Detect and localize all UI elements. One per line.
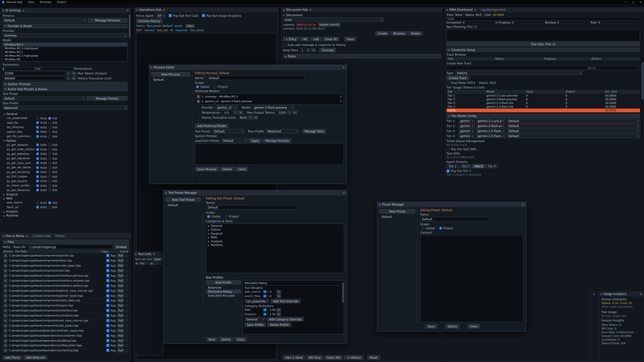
- ask-radio[interactable]: [48, 189, 51, 192]
- full-button[interactable]: Full: [117, 344, 124, 348]
- ask-radio[interactable]: [48, 171, 51, 173]
- tool-preset-list-item[interactable]: Default: [166, 203, 201, 207]
- agg-checkbox[interactable]: [106, 254, 109, 257]
- ask-radio[interactable]: [48, 131, 51, 133]
- collapse-all-button[interactable]: -All: [300, 37, 309, 41]
- cache-indicator[interactable]: [126, 284, 128, 287]
- remove-override-button[interactable]: [276, 290, 281, 294]
- tab-context-hub[interactable]: Context Hub: [33, 234, 50, 238]
- collapse-icon[interactable]: [165, 192, 167, 194]
- full-button[interactable]: Full: [117, 284, 124, 288]
- remove-file-button[interactable]: x: [3, 294, 8, 298]
- model-option[interactable]: MiniMax-M2.1: [3, 50, 127, 54]
- decrement-button[interactable]: -: [233, 111, 237, 114]
- tool-preset-name-input[interactable]: Default: [206, 205, 297, 210]
- ask-radio[interactable]: [48, 162, 51, 164]
- collapse-icon[interactable]: [136, 8, 138, 11]
- tier-provider-select[interactable]: gemini: [458, 124, 474, 128]
- remove-override-button[interactable]: [276, 312, 281, 316]
- model-option[interactable]: MiniMax-M2: [3, 58, 127, 61]
- discussion-select[interactable]: main: [283, 17, 384, 22]
- add-wildcard-button[interactable]: Add Wildcard: [24, 355, 47, 360]
- cache-indicator[interactable]: [126, 299, 128, 302]
- cache-indicator[interactable]: [126, 304, 128, 307]
- auto-radio[interactable]: [36, 171, 39, 173]
- decrement-button[interactable]: -: [66, 71, 70, 75]
- auto-radio[interactable]: [36, 175, 39, 178]
- weight-slider[interactable]: [263, 290, 268, 293]
- new-tool-preset-button[interactable]: New Tool Preset: [166, 197, 201, 202]
- close-button[interactable]: Close: [234, 337, 247, 342]
- collapse-icon[interactable]: [446, 8, 448, 11]
- agg-checkbox[interactable]: [106, 304, 109, 307]
- collapse-icon[interactable]: [601, 293, 602, 295]
- history-truncation-input[interactable]: 900000: [238, 115, 247, 120]
- temperature-input[interactable]: -0.0: [222, 110, 232, 115]
- ask-radio[interactable]: [48, 117, 51, 120]
- full-button[interactable]: Full: [117, 259, 124, 263]
- ask-radio[interactable]: [48, 175, 51, 178]
- full-button[interactable]: Full: [117, 334, 124, 337]
- agg-checkbox[interactable]: [106, 324, 109, 327]
- remove-file-button[interactable]: x: [3, 299, 8, 303]
- close-window-icon[interactable]: [640, 0, 642, 3]
- manage-personas-button[interactable]: Manage Personas: [88, 18, 128, 22]
- cache-indicator[interactable]: [126, 319, 128, 322]
- category-node-python[interactable]: Python: [206, 228, 344, 232]
- new-profile-button[interactable]: New Profile: [206, 280, 241, 285]
- cache-indicator[interactable]: [126, 314, 128, 317]
- tool-group-analysis[interactable]: Analysis: [3, 210, 128, 214]
- stream-tab-tier4[interactable]: Tier 4: [485, 164, 498, 168]
- category-node-web[interactable]: Web: [206, 236, 344, 239]
- close-tab-icon[interactable]: [474, 8, 476, 11]
- inject-file-button[interactable]: Inject File: [324, 355, 343, 360]
- category-node-runtime[interactable]: Runtime: [206, 243, 344, 247]
- ask-radio[interactable]: [48, 135, 51, 138]
- minimize-icon[interactable]: [625, 0, 626, 3]
- ask-radio[interactable]: [48, 148, 51, 151]
- reset-button[interactable]: Reset: [367, 355, 380, 360]
- scrollbar-thumb[interactable]: [642, 62, 643, 99]
- bias-profile-select[interactable]: Balanced: [3, 106, 128, 110]
- close-button[interactable]: Close: [236, 167, 248, 171]
- stream-tab-tier1[interactable]: Tier 1: [446, 164, 459, 168]
- max-output-tokens-input[interactable]: 32000: [276, 110, 286, 115]
- auto-radio[interactable]: [36, 189, 39, 192]
- scope-project-radio[interactable]: [440, 227, 442, 230]
- agg-checkbox[interactable]: [106, 334, 109, 337]
- tier-model-select[interactable]: gemini-3.1-pro-preview: [476, 119, 506, 123]
- remove-override-button[interactable]: [276, 294, 281, 298]
- maximize-icon[interactable]: [632, 0, 634, 3]
- menu-project[interactable]: Project: [57, 0, 66, 3]
- auto-radio[interactable]: [36, 206, 39, 209]
- track-type-select[interactable]: feature: [455, 71, 582, 75]
- remove-file-button[interactable]: x: [3, 334, 8, 337]
- collapse-icon[interactable]: [151, 66, 152, 68]
- decrement-button[interactable]: -: [306, 48, 310, 52]
- scrollbar-thumb[interactable]: [129, 14, 130, 38]
- temperature-slider[interactable]: 0.00: [3, 67, 72, 70]
- agg-checkbox[interactable]: [106, 344, 109, 347]
- tool-calls-list[interactable]: [135, 265, 162, 354]
- add-preferred-model-button[interactable]: Add Preferred Model: [195, 124, 228, 128]
- save-discussion-button[interactable]: Save: [344, 37, 356, 41]
- tier-preset-select[interactable]: Default: [507, 134, 640, 138]
- agg-checkbox[interactable]: [106, 314, 109, 317]
- conductor-setup-section[interactable]: Conductor Setup: [446, 48, 640, 52]
- cache-indicator[interactable]: [126, 264, 128, 267]
- max-tokens-input[interactable]: 32000: [3, 71, 65, 75]
- remove-file-button[interactable]: x: [3, 304, 8, 308]
- remove-file-button[interactable]: x: [3, 349, 8, 353]
- add-tool-override-button[interactable]: Add Tool Override: [271, 299, 300, 303]
- full-button[interactable]: Full: [117, 264, 124, 268]
- cache-indicator[interactable]: [126, 279, 128, 282]
- rename-discussion-button[interactable]: Rename: [391, 31, 407, 35]
- close-tab-icon[interactable]: [26, 234, 28, 238]
- collapse-icon[interactable]: [135, 253, 137, 255]
- close-panel-icon[interactable]: [593, 293, 595, 296]
- full-button[interactable]: Full: [117, 349, 124, 353]
- remove-model-icon[interactable]: [340, 100, 342, 103]
- persona-name-input[interactable]: Default: [207, 76, 305, 80]
- ask-radio[interactable]: [48, 157, 51, 160]
- ask-radio[interactable]: [48, 144, 51, 146]
